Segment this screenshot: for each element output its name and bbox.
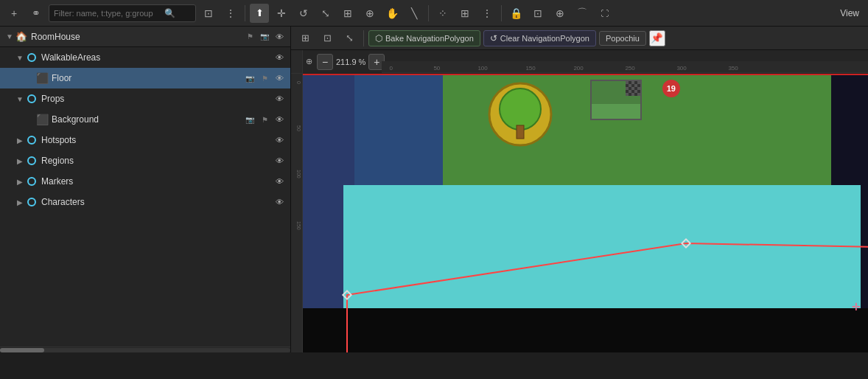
markers-eye-icon[interactable]: 👁 [273,175,286,188]
tool-grid[interactable]: ⊞ [455,4,475,23]
characters-eye-icon[interactable]: 👁 [273,195,286,209]
root-camera-icon[interactable]: 📷 [258,30,271,44]
link-button[interactable]: ⚭ [27,4,46,23]
ruler-h-50: 50 [433,65,440,72]
pin-icon: 📌 [651,32,663,44]
clear-navigation-button[interactable]: ↺ Clear NavigationPolygon [483,30,596,46]
tree-item-characters[interactable]: ▶ Characters 👁 [0,192,290,212]
floor-icon: ⬛ [35,72,49,85]
ruler-corner [291,50,303,74]
root-flag-icon[interactable]: ⚑ [243,30,256,44]
expand-arrow-markers: ▶ [15,178,25,186]
background-camera-icon[interactable]: 📷 [243,113,256,126]
walkableareas-eye-icon[interactable]: 👁 [273,51,286,64]
expand-arrow-hotspots: ▶ [15,136,25,145]
nav-center-selection[interactable]: ⊡ [318,29,337,48]
pan-icon: ✋ [386,7,399,19]
tree-item-walkableareas[interactable]: ▼ WalkableAreas 👁 [0,47,290,68]
tree-sprite [487,81,553,147]
scene-filter-button[interactable]: ⊡ [199,4,218,23]
tool-group[interactable]: ⊡ [528,4,547,23]
bake-navigation-button[interactable]: ⬡ Bake NavigationPolygon [368,30,480,46]
tool-lock[interactable]: 🔒 [506,4,525,23]
origin-crosshair-icon: ⊕ [306,57,312,66]
tree-item-floor[interactable]: ⬛ Floor 📷 ⚑ 👁 [0,68,290,88]
tree-item-markers[interactable]: ▶ Markers 👁 [0,171,290,192]
tool-rect[interactable]: ⊞ [338,4,357,23]
tree-item-hotspots[interactable]: ▶ Hotspots 👁 [0,130,290,150]
tool-scale[interactable]: ⤡ [316,4,335,23]
nav-zoom-extents[interactable]: ⊞ [295,29,315,48]
zoom-out-icon: − [322,56,328,68]
tree-item-background[interactable]: ⬛ Background 📷 ⚑ 👁 [0,109,290,130]
props-eye-icon[interactable]: 👁 [273,92,286,105]
tool-measure[interactable]: ╲ [405,4,424,23]
attach-icon: ⊕ [556,7,564,19]
regions-eye-icon[interactable]: 👁 [273,154,286,167]
filter-input-wrap: 🔍 [49,4,196,22]
tree-item-regions[interactable]: ▶ Regions 👁 [0,150,290,171]
scale-icon: ⤡ [321,7,330,19]
popochiu-button[interactable]: Popochiu [599,31,646,46]
filter-input[interactable] [54,9,164,18]
tool-snap[interactable]: ⊕ [360,4,379,23]
tool-puppet[interactable]: ⛶ [595,4,614,23]
hotspots-eye-icon[interactable]: 👁 [273,133,286,147]
bake-label: Bake NavigationPolygon [385,34,474,43]
hotspots-icon [25,133,38,147]
tree-root-roomhouse[interactable]: ▼ 🏠 RoomHouse ⚑ 📷 👁 [0,27,290,47]
bone-icon: ⌒ [577,7,587,20]
ruler-h-250: 250 [625,65,634,72]
scene-tree: ▼ WalkableAreas 👁 ⬛ Floor 📷 ⚑ 👁 [0,47,290,347]
clear-icon: ↺ [490,33,497,44]
markers-label: Markers [41,176,273,187]
nav-frame-all[interactable]: ⤡ [340,29,359,48]
tool-rotate[interactable]: ↺ [294,4,313,23]
root-eye-icon[interactable]: 👁 [273,30,286,44]
move-icon: ✛ [277,7,286,19]
kebab-icon: ⋮ [225,7,236,19]
zoom-out-button[interactable]: − [317,54,333,70]
canvas-nav-toolbar: ⊞ ⊡ ⤡ ⬡ Bake NavigationPolygon ↺ Clear N… [291,27,868,50]
floor-flag-icon[interactable]: ⚑ [258,72,271,85]
bg-bottom-black [303,308,868,352]
handle-top[interactable] [682,240,690,247]
tool-dots[interactable]: ⁘ [433,4,452,23]
scene-viewport[interactable]: ✛ ⬛ Background [303,74,868,352]
ruler-h-0: 0 [389,65,392,72]
regions-icon [25,154,38,167]
pin-button[interactable]: 📌 [649,30,665,46]
ruler-vertical: 0 50 100 150 [291,74,303,352]
background-eye-icon[interactable]: 👁 [273,113,286,126]
tool-select[interactable]: ⬆ [250,4,269,23]
tree-item-props[interactable]: ▼ Props 👁 [0,88,290,109]
search-icon: 🔍 [164,8,175,18]
scene-menu-button[interactable]: ⋮ [221,4,240,23]
tree-svg [487,81,553,147]
ruler-v-150: 150 [296,221,301,230]
tool-more[interactable]: ⋮ [477,4,497,23]
ruler-h-150: 150 [525,65,535,72]
popochiu-label: Popochiu [606,34,640,43]
panel-scrollbar[interactable] [0,348,290,352]
tool-bone[interactable]: ⌒ [573,4,592,23]
floor-camera-icon[interactable]: 📷 [243,72,256,85]
background-icon: ⬛ [35,113,49,126]
walkableareas-icon [25,51,38,64]
regions-actions: 👁 [273,154,286,167]
puppet-icon: ⛶ [601,9,609,18]
ruler-h-200: 200 [573,65,583,72]
tool-move[interactable]: ✛ [272,4,291,23]
add-node-button[interactable]: + [4,4,24,23]
background-flag-icon[interactable]: ⚑ [258,113,271,126]
floor-actions: 📷 ⚑ 👁 [243,72,286,85]
tool-pan[interactable]: ✋ [382,4,402,23]
snap-icon: ⊕ [365,7,374,19]
tool-attach[interactable]: ⊕ [550,4,570,23]
walkableareas-actions: 👁 [273,51,286,64]
zoom-controls: ⊕ − 211.9 % + [306,54,385,70]
expand-arrow-characters: ▶ [15,198,25,206]
floor-eye-icon[interactable]: 👁 [273,72,286,85]
handle-topleft[interactable] [343,291,351,299]
panel-scrollbar-thumb[interactable] [0,348,44,352]
